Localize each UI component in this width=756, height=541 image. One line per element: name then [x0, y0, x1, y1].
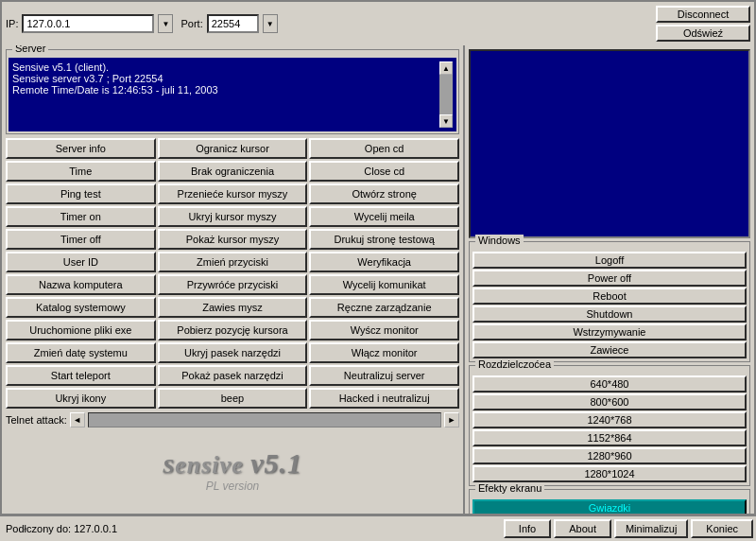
logo-container: Sensive v5.1 PL version: [163, 447, 302, 493]
wyscz-monitor-btn[interactable]: Wyścz monitor: [309, 320, 459, 340]
port-dropdown-btn[interactable]: ▼: [263, 14, 278, 33]
start-teleport-btn[interactable]: Start teleport: [6, 365, 156, 386]
wstrzymywanie-btn[interactable]: Wstrzymywanie: [472, 323, 747, 340]
logo-line2: PL version: [163, 480, 302, 493]
res-1280-960-btn[interactable]: 1280*960: [472, 447, 747, 464]
drukuj-strone-btn[interactable]: Drukuj stronę testową: [309, 229, 459, 250]
ip-label: IP:: [6, 18, 18, 29]
telnet-right-btn[interactable]: ►: [444, 412, 459, 428]
time-btn[interactable]: Time: [6, 161, 156, 182]
res-640-btn[interactable]: 640*480: [472, 375, 747, 393]
ping-test-btn[interactable]: Ping test: [6, 183, 156, 204]
wlacz-monitor-btn[interactable]: Włącz monitor: [309, 342, 459, 363]
about-btn[interactable]: About: [554, 519, 611, 538]
logoff-btn[interactable]: Logoff: [472, 252, 747, 269]
telnet-left-btn[interactable]: ◄: [70, 412, 85, 428]
zmien-przyciski-btn[interactable]: Zmień przyciski: [158, 252, 308, 272]
disconnect-button[interactable]: Disconnect: [656, 6, 750, 23]
hacked-btn[interactable]: Hacked i neutralizuj: [309, 388, 459, 409]
efekty-group-label: Efekty ekranu: [475, 482, 544, 494]
telnet-label: Telnet attack:: [6, 414, 67, 426]
ip-dropdown-btn[interactable]: ▼: [158, 14, 173, 33]
odswierz-button[interactable]: Odświeź: [656, 25, 750, 42]
pokaz-pasek-btn[interactable]: Pokaż pasek narzędzi: [158, 365, 308, 386]
server-text: Sensive v5.1 (client). Sensive server v3…: [12, 61, 439, 128]
scroll-up-btn[interactable]: ▲: [439, 61, 453, 75]
pobierz-poz-btn[interactable]: Pobierz pozycję kursora: [158, 320, 308, 340]
port-input[interactable]: [207, 14, 259, 33]
ogranicz-kursor-btn[interactable]: Ogranicz kursor: [158, 138, 308, 159]
efekty-group: Efekty ekranu Gwiazdki Zacisk Negatyw Os…: [469, 489, 750, 514]
reczne-zarz-btn[interactable]: Ręczne zarządzanie: [309, 297, 459, 318]
minimalizuj-btn[interactable]: Minimalizuj: [614, 519, 688, 538]
reboot-btn[interactable]: Reboot: [472, 288, 747, 305]
brak-ogr-btn[interactable]: Brak ograniczenia: [158, 161, 308, 182]
res-1280-1024-btn[interactable]: 1280*1024: [472, 465, 747, 482]
telnet-row: Telnet attack: ◄ ►: [6, 412, 459, 428]
main-window: IP: ▼ Port: ▼ Disconnect Odświeź Server …: [0, 0, 756, 541]
zmien-date-btn[interactable]: Zmień datę systemu: [6, 342, 156, 363]
info-btn[interactable]: Info: [504, 519, 551, 538]
ukryj-ikony-btn[interactable]: Ukryj ikony: [6, 388, 156, 409]
zawies-mysz-btn[interactable]: Zawies mysz: [158, 297, 308, 318]
windows-group: Windows Logoff Power off Reboot Shutdown…: [469, 241, 750, 362]
pokaz-kursor-btn[interactable]: Pokaż kursor myszy: [158, 229, 308, 250]
windows-group-label: Windows: [475, 235, 524, 246]
open-cd-btn[interactable]: Open cd: [309, 138, 459, 159]
blue-display-area: [469, 49, 750, 238]
timer-off-btn[interactable]: Timer off: [6, 229, 156, 250]
res-1152-btn[interactable]: 1152*864: [472, 429, 747, 446]
user-id-btn[interactable]: User ID: [6, 252, 156, 272]
telnet-track[interactable]: [88, 412, 441, 428]
przywroc-przyciski-btn[interactable]: Przywróće przyciski: [158, 274, 308, 295]
katalog-sys-btn[interactable]: Katalog systemowy: [6, 297, 156, 318]
resolution-group: Rozdzielczoćea 640*480 800*600 1240*768 …: [469, 365, 750, 486]
gwiazdki-btn[interactable]: Gwiazdki: [472, 499, 747, 514]
przeniec-btn[interactable]: Przenieće kursor myszy: [158, 183, 308, 204]
close-cd-btn[interactable]: Close cd: [309, 161, 459, 182]
ukryj-pasek-btn[interactable]: Ukryj pasek narzędzi: [158, 342, 308, 363]
server-info-btn[interactable]: Server info: [6, 138, 156, 159]
shutdown-btn[interactable]: Shutdown: [472, 305, 747, 323]
zawiece-btn[interactable]: Zawiece: [472, 341, 747, 358]
beep-btn[interactable]: beep: [158, 388, 308, 409]
timer-on-btn[interactable]: Timer on: [6, 206, 156, 227]
res-1240-btn[interactable]: 1240*768: [472, 411, 747, 428]
neutralizuj-btn[interactable]: Neutralizuj server: [309, 365, 459, 386]
status-text: Podłczony do: 127.0.0.1: [3, 523, 501, 534]
res-800-btn[interactable]: 800*600: [472, 393, 747, 410]
server-group: Server Sensive v5.1 (client). Sensive se…: [6, 49, 459, 134]
power-off-btn[interactable]: Power off: [472, 270, 747, 287]
footer-bar: Podłczony do: 127.0.0.1 Info About Minim…: [0, 515, 756, 541]
ukryj-kursor-btn[interactable]: Ukryj kursor myszy: [158, 206, 308, 227]
koniec-btn[interactable]: Koniec: [691, 519, 753, 538]
wycelij-kom-btn[interactable]: Wycelij komunikat: [309, 274, 459, 295]
server-group-label: Server: [12, 45, 48, 54]
logo-area: Sensive v5.1 PL version: [6, 429, 459, 510]
wycelij-meila-btn[interactable]: Wycelij meila: [309, 206, 459, 227]
scroll-down-btn[interactable]: ▼: [439, 114, 453, 128]
port-label: Port:: [180, 18, 202, 29]
otworz-strone-btn[interactable]: Otwórz stronę: [309, 183, 459, 204]
resolution-group-label: Rozdzielczoćea: [475, 358, 554, 370]
uruch-pliki-btn[interactable]: Uruchomione pliki exe: [6, 320, 156, 340]
ip-input[interactable]: [22, 14, 154, 33]
nazwa-komputera-btn[interactable]: Nazwa komputera: [6, 274, 156, 295]
logo-line1: Sensive v5.1: [163, 447, 302, 480]
weryfikacja-btn[interactable]: Weryfikacja: [309, 252, 459, 272]
